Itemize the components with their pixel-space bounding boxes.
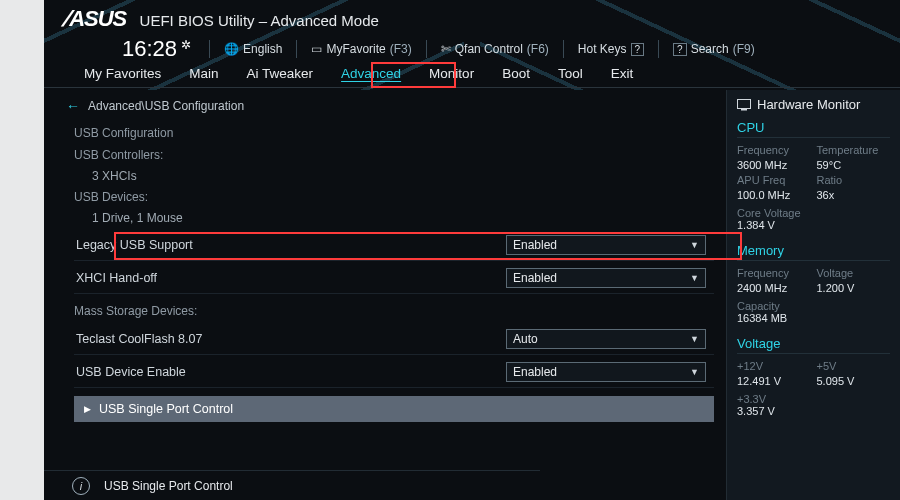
divider (296, 40, 297, 58)
side-value: 2400 MHz (737, 282, 811, 294)
side-label: Frequency (737, 267, 811, 279)
setting-label: USB Device Enable (76, 365, 186, 379)
divider (658, 40, 659, 58)
top-bar: /ASUS UEFI BIOS Utility – Advanced Mode … (44, 0, 900, 58)
search-hint: (F9) (733, 42, 755, 56)
globe-icon: 🌐 (224, 42, 239, 56)
divider (426, 40, 427, 58)
breadcrumb-text: Advanced\USB Configuration (88, 99, 244, 113)
tab-my-favorites[interactable]: My Favorites (70, 61, 175, 87)
usb-controllers-value: 3 XHCIs (74, 166, 714, 186)
qfan-hint: (F6) (527, 42, 549, 56)
side-title: Hardware Monitor (757, 97, 860, 112)
side-value: 12.491 V (737, 375, 811, 387)
section-heading: USB Configuration (74, 122, 714, 144)
side-value: 1.200 V (817, 282, 891, 294)
language-label: English (243, 42, 282, 56)
side-label: Temperature (817, 144, 891, 156)
app-title: UEFI BIOS Utility – Advanced Mode (140, 12, 379, 29)
tab-main[interactable]: Main (175, 61, 232, 87)
svg-rect-0 (738, 99, 751, 108)
folder-icon: ▭ (311, 42, 322, 56)
myfavorite-label: MyFavorite (326, 42, 385, 56)
side-value: 1.384 V (737, 219, 890, 231)
footer-help: i USB Single Port Control (44, 470, 540, 500)
breadcrumb[interactable]: ← Advanced\USB Configuration (44, 90, 720, 122)
back-arrow-icon[interactable]: ← (66, 98, 80, 114)
setting-legacy-usb-support[interactable]: Legacy USB Support Enabled ▼ (74, 230, 714, 261)
side-label: Capacity (737, 300, 890, 312)
footer-help-text: USB Single Port Control (104, 479, 233, 493)
language-selector[interactable]: 🌐 English (224, 42, 282, 56)
setting-label: XHCI Hand-off (76, 271, 157, 285)
tab-advanced[interactable]: Advanced (327, 61, 415, 87)
tab-monitor[interactable]: Monitor (415, 61, 488, 87)
select-value: Enabled (513, 271, 557, 285)
qfan-button[interactable]: ✄ Qfan Control(F6) (441, 42, 549, 56)
chevron-down-icon: ▼ (690, 367, 699, 377)
chevron-down-icon: ▼ (690, 334, 699, 344)
fan-icon: ✄ (441, 42, 451, 56)
select-xhci-handoff[interactable]: Enabled ▼ (506, 268, 706, 288)
usb-controllers-label: USB Controllers: (74, 144, 714, 166)
svg-rect-1 (741, 109, 747, 111)
side-value: 3600 MHz (737, 159, 811, 171)
myfavorite-hint: (F3) (390, 42, 412, 56)
submenu-usb-single-port[interactable]: ▶ USB Single Port Control (74, 396, 714, 422)
hotkeys-button[interactable]: Hot Keys ? (578, 42, 644, 56)
myfavorite-button[interactable]: ▭ MyFavorite(F3) (311, 42, 411, 56)
side-value: 59°C (817, 159, 891, 171)
select-legacy-usb-support[interactable]: Enabled ▼ (506, 235, 706, 255)
side-memory-heading: Memory (737, 243, 890, 261)
side-label: Frequency (737, 144, 811, 156)
search-icon: ? (673, 43, 687, 56)
side-value: 3.357 V (737, 405, 890, 417)
side-label: Core Voltage (737, 207, 890, 219)
usb-devices-label: USB Devices: (74, 186, 714, 208)
brand-logo: /ASUS (64, 6, 126, 32)
side-value: 36x (817, 189, 891, 201)
hotkeys-box: ? (631, 43, 645, 56)
search-label: Search (691, 42, 729, 56)
triangle-right-icon: ▶ (84, 404, 91, 414)
clock-time: 16:28 (122, 36, 177, 62)
search-button[interactable]: ? Search(F9) (673, 42, 755, 56)
tab-exit[interactable]: Exit (597, 61, 648, 87)
info-icon: i (72, 477, 90, 495)
tab-ai-tweaker[interactable]: Ai Tweaker (233, 61, 328, 87)
side-label: +12V (737, 360, 811, 372)
gear-icon[interactable]: ✲ (181, 38, 191, 52)
qfan-label: Qfan Control (455, 42, 523, 56)
setting-mass-device-0[interactable]: Teclast CoolFlash 8.07 Auto ▼ (74, 324, 714, 355)
hardware-monitor-panel: Hardware Monitor CPU Frequency Temperatu… (726, 90, 900, 500)
select-usb-device-enable[interactable]: Enabled ▼ (506, 362, 706, 382)
tab-boot[interactable]: Boot (488, 61, 544, 87)
mass-storage-label: Mass Storage Devices: (74, 300, 714, 322)
main-pane: ← Advanced\USB Configuration USB Configu… (44, 90, 726, 500)
usb-devices-value: 1 Drive, 1 Mouse (74, 208, 714, 228)
divider (209, 40, 210, 58)
select-value: Enabled (513, 238, 557, 252)
divider (563, 40, 564, 58)
setting-label: Teclast CoolFlash 8.07 (76, 332, 202, 346)
side-value: 5.095 V (817, 375, 891, 387)
tab-tool[interactable]: Tool (544, 61, 597, 87)
clock[interactable]: 16:28 ✲ (122, 36, 191, 62)
side-value: 16384 MB (737, 312, 890, 324)
side-label: +5V (817, 360, 891, 372)
hotkeys-label: Hot Keys (578, 42, 627, 56)
nav-tabs: My Favorites Main Ai Tweaker Advanced Mo… (44, 60, 900, 88)
chevron-down-icon: ▼ (690, 240, 699, 250)
setting-usb-device-enable[interactable]: USB Device Enable Enabled ▼ (74, 357, 714, 388)
setting-xhci-handoff[interactable]: XHCI Hand-off Enabled ▼ (74, 263, 714, 294)
side-label: Voltage (817, 267, 891, 279)
select-mass-device-0[interactable]: Auto ▼ (506, 329, 706, 349)
chevron-down-icon: ▼ (690, 273, 699, 283)
submenu-label: USB Single Port Control (99, 402, 233, 416)
side-label: Ratio (817, 174, 891, 186)
setting-label: Legacy USB Support (76, 238, 193, 252)
side-label: APU Freq (737, 174, 811, 186)
select-value: Enabled (513, 365, 557, 379)
select-value: Auto (513, 332, 538, 346)
side-cpu-heading: CPU (737, 120, 890, 138)
